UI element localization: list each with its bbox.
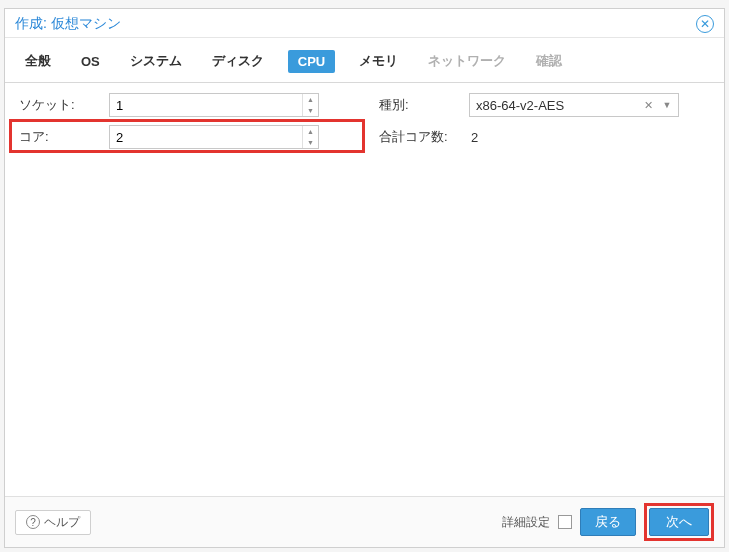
sockets-label: ソケット: (19, 96, 109, 114)
close-icon[interactable]: ✕ (696, 15, 714, 33)
total-cores-label: 合計コア数: (379, 128, 469, 146)
cores-spin-up-icon[interactable]: ▲ (303, 126, 318, 137)
cores-input[interactable]: ▲ ▼ (109, 125, 319, 149)
help-icon: ? (26, 515, 40, 529)
cores-spin-down-icon[interactable]: ▼ (303, 137, 318, 148)
tab-disk[interactable]: ディスク (206, 48, 270, 74)
help-label: ヘルプ (44, 514, 80, 531)
dialog-title: 作成: 仮想マシン (15, 15, 121, 33)
type-caret-icon[interactable]: ▼ (660, 94, 674, 116)
tab-content-cpu: ソケット: ▲ ▼ 種別: x86-64-v2-AES ✕ ▼ コア: ▲ (5, 83, 724, 496)
advanced-label: 詳細設定 (502, 514, 550, 531)
type-clear-icon[interactable]: ✕ (640, 94, 656, 116)
tab-network: ネットワーク (422, 48, 512, 74)
tab-system[interactable]: システム (124, 48, 188, 74)
tab-confirm: 確認 (530, 48, 568, 74)
advanced-checkbox[interactable] (558, 515, 572, 529)
highlight-next-annotation: 次へ (644, 503, 714, 541)
sockets-field[interactable] (110, 94, 318, 116)
dialog-header: 作成: 仮想マシン ✕ (5, 9, 724, 38)
create-vm-dialog: 作成: 仮想マシン ✕ 全般 OS システム ディスク CPU メモリ ネットワ… (4, 8, 725, 548)
dialog-footer: ? ヘルプ 詳細設定 戻る 次へ (5, 496, 724, 547)
type-combo[interactable]: x86-64-v2-AES ✕ ▼ (469, 93, 679, 117)
sockets-spin-up-icon[interactable]: ▲ (303, 94, 318, 105)
sockets-spin-down-icon[interactable]: ▼ (303, 105, 318, 116)
tab-memory[interactable]: メモリ (353, 48, 404, 74)
total-cores-value: 2 (469, 130, 679, 145)
tab-cpu[interactable]: CPU (288, 50, 335, 73)
back-button[interactable]: 戻る (580, 508, 636, 536)
type-value: x86-64-v2-AES (476, 98, 564, 113)
next-button[interactable]: 次へ (649, 508, 709, 536)
wizard-tabs: 全般 OS システム ディスク CPU メモリ ネットワーク 確認 (5, 38, 724, 83)
help-button[interactable]: ? ヘルプ (15, 510, 91, 535)
tab-os[interactable]: OS (75, 50, 106, 73)
tab-general[interactable]: 全般 (19, 48, 57, 74)
cores-field[interactable] (110, 126, 318, 148)
cores-label: コア: (19, 128, 109, 146)
sockets-input[interactable]: ▲ ▼ (109, 93, 319, 117)
type-label: 種別: (379, 96, 469, 114)
